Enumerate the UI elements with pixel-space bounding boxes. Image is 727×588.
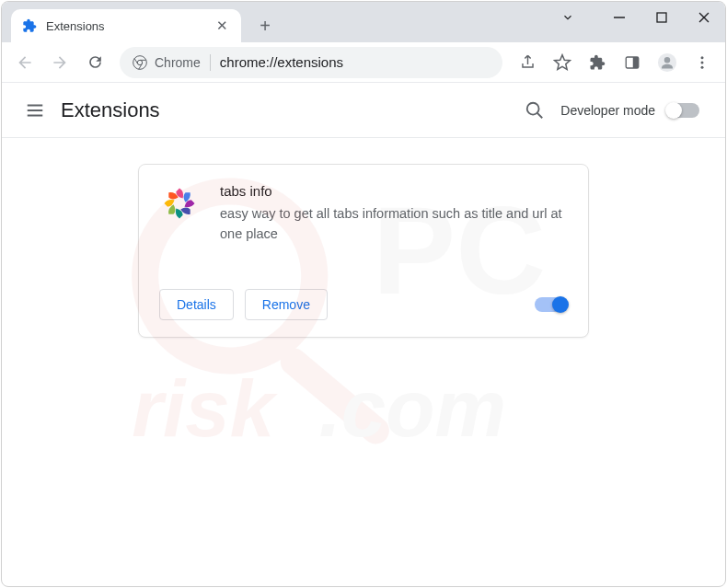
share-icon[interactable] [512,47,543,78]
svg-point-13 [701,56,704,59]
omnibox-origin-chip: Chrome [133,55,201,70]
svg-line-7 [134,58,138,63]
omnibox-divider [210,54,211,71]
extension-logo-icon [159,183,200,224]
profile-icon[interactable] [652,47,683,78]
window-maximize-button[interactable] [640,2,683,33]
kebab-menu-icon[interactable] [687,47,718,78]
browser-toolbar: Chrome chrome://extensions [2,42,725,83]
omnibox-chip-label: Chrome [155,55,201,70]
tab-close-icon[interactable]: ✕ [213,17,230,34]
developer-mode-label: Developer mode [560,103,655,118]
svg-line-17 [537,112,543,118]
reload-button[interactable] [79,47,110,78]
hamburger-menu-icon[interactable] [17,92,53,129]
svg-rect-1 [657,13,666,22]
svg-rect-10 [633,57,639,68]
titlebar: Extensions ✕ + [2,2,725,42]
search-icon[interactable] [516,92,553,129]
remove-button[interactable]: Remove [245,289,328,320]
developer-mode-control: Developer mode [560,103,699,118]
window-close-button[interactable] [683,2,725,33]
bookmark-icon[interactable] [547,47,578,78]
extension-enable-toggle[interactable] [535,297,568,312]
forward-button[interactable] [44,47,75,78]
tab-title: Extensions [46,19,204,33]
extensions-icon[interactable] [582,47,613,78]
extension-tab-icon [22,18,37,33]
back-button[interactable] [9,47,40,78]
extensions-content: tabs info easy way to get all tabs infor… [2,138,725,363]
details-button[interactable]: Details [159,289,234,320]
extensions-page-header: Extensions Developer mode [2,83,725,138]
extension-name: tabs info [220,183,568,199]
svg-point-12 [664,57,670,63]
tab-dropdown-icon[interactable] [547,2,589,33]
new-tab-button[interactable]: + [252,16,278,37]
extension-card: tabs info easy way to get all tabs infor… [138,164,589,338]
chrome-icon [133,55,147,70]
address-bar[interactable]: Chrome chrome://extensions [120,47,502,78]
browser-tab[interactable]: Extensions ✕ [11,9,241,42]
svg-point-16 [527,102,539,114]
extension-description: easy way to get all tabs information suc… [220,204,568,245]
svg-point-15 [701,65,704,68]
developer-mode-toggle[interactable] [666,103,699,118]
svg-point-14 [701,61,704,63]
window-minimize-button[interactable] [598,2,640,33]
page-title: Extensions [61,98,160,122]
omnibox-url: chrome://extensions [220,54,343,70]
sidepanel-icon[interactable] [617,47,648,78]
